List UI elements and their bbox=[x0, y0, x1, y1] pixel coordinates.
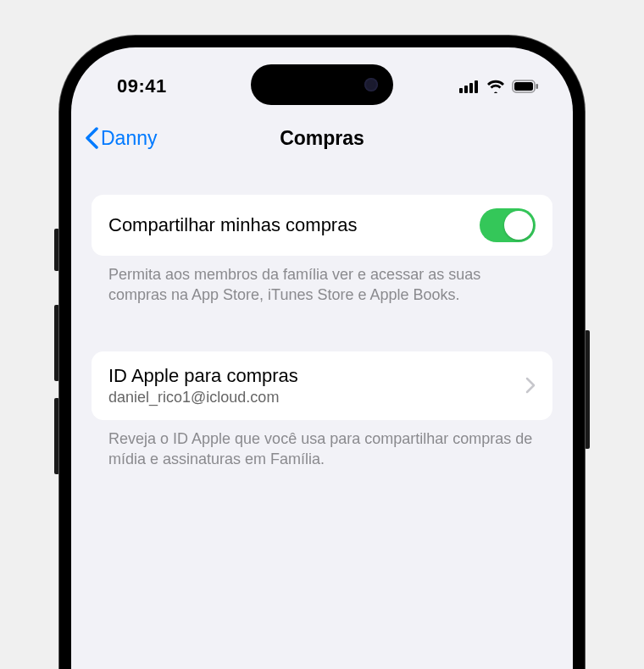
toggle-knob bbox=[504, 211, 533, 240]
svg-rect-1 bbox=[464, 86, 468, 93]
battery-icon bbox=[512, 80, 539, 93]
apple-id-footer: Reveja o ID Apple que você usa para comp… bbox=[92, 420, 552, 470]
status-icons bbox=[459, 80, 539, 93]
share-purchases-label: Compartilhar minhas compras bbox=[108, 214, 357, 236]
status-time: 09:41 bbox=[117, 75, 167, 97]
share-purchases-footer: Permita aos membros da família ver e ace… bbox=[92, 256, 552, 306]
svg-rect-6 bbox=[536, 84, 539, 89]
share-purchases-group: Compartilhar minhas compras Permita aos … bbox=[92, 195, 552, 306]
apple-id-label: ID Apple para compras bbox=[108, 365, 298, 387]
settings-content: Compartilhar minhas compras Permita aos … bbox=[71, 161, 573, 469]
back-label: Danny bbox=[101, 127, 157, 150]
share-purchases-toggle[interactable] bbox=[480, 208, 536, 242]
apple-id-value: daniel_rico1@icloud.com bbox=[108, 389, 298, 406]
cellular-icon bbox=[459, 80, 480, 93]
wifi-icon bbox=[486, 80, 505, 93]
apple-id-row[interactable]: ID Apple para compras daniel_rico1@iclou… bbox=[92, 351, 552, 420]
svg-rect-5 bbox=[514, 82, 533, 91]
phone-power-button bbox=[585, 330, 590, 449]
page-title: Compras bbox=[280, 127, 364, 150]
chevron-right-icon bbox=[525, 377, 536, 394]
phone-screen: 09:41 bbox=[71, 47, 573, 669]
svg-rect-2 bbox=[469, 83, 473, 93]
phone-frame: 09:41 bbox=[59, 36, 585, 669]
svg-rect-0 bbox=[459, 88, 463, 93]
chevron-left-icon bbox=[85, 127, 99, 149]
share-purchases-row[interactable]: Compartilhar minhas compras bbox=[92, 195, 552, 256]
front-camera-icon bbox=[364, 78, 378, 91]
svg-rect-3 bbox=[475, 80, 478, 93]
nav-bar: Danny Compras bbox=[71, 115, 573, 161]
apple-id-group: ID Apple para compras daniel_rico1@iclou… bbox=[92, 351, 552, 470]
back-button[interactable]: Danny bbox=[85, 127, 157, 150]
dynamic-island bbox=[251, 64, 393, 105]
